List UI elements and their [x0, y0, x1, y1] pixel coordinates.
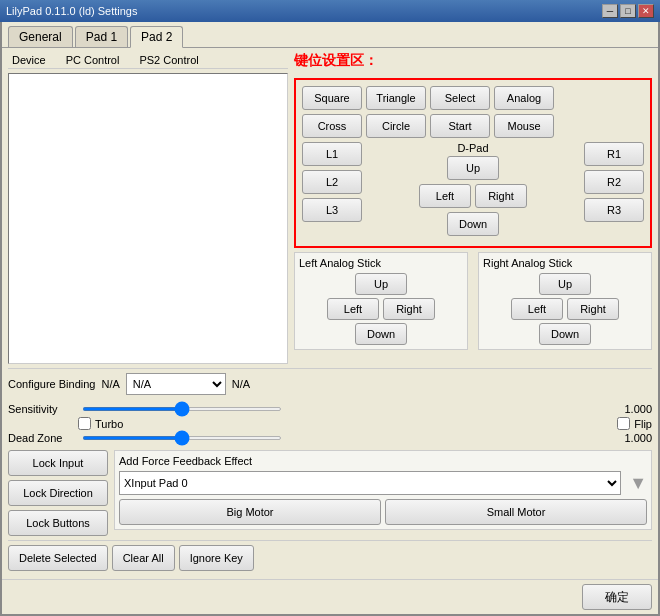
left-analog-title: Left Analog Stick: [299, 257, 463, 269]
left-analog-up[interactable]: Up: [355, 273, 407, 295]
triangle-button[interactable]: Triangle: [366, 86, 426, 110]
dpad-label: D-Pad: [457, 142, 488, 154]
left-analog-right[interactable]: Right: [383, 298, 435, 320]
right-analog-section: Right Analog Stick Up Left Right Down: [478, 252, 652, 350]
flip-checkbox[interactable]: [617, 417, 630, 430]
mouse-button[interactable]: Mouse: [494, 114, 554, 138]
dropdown-arrow-icon: ▼: [629, 473, 647, 494]
select-button[interactable]: Select: [430, 86, 490, 110]
left-analog-down[interactable]: Down: [355, 323, 407, 345]
section-label: 键位设置区：: [294, 52, 652, 70]
configure-binding-label: Configure Binding: [8, 378, 95, 390]
l3-button[interactable]: L3: [302, 198, 362, 222]
r2-button[interactable]: R2: [584, 170, 644, 194]
sensitivity-label: Sensitivity: [8, 403, 78, 415]
tab-pad1[interactable]: Pad 1: [75, 26, 128, 47]
dpad-right-button[interactable]: Right: [475, 184, 527, 208]
sensitivity-value: 1.000: [617, 403, 652, 415]
left-analog-left[interactable]: Left: [327, 298, 379, 320]
right-analog-left[interactable]: Left: [511, 298, 563, 320]
l1-button[interactable]: L1: [302, 142, 362, 166]
ok-button[interactable]: 确定: [582, 584, 652, 610]
sensitivity-slider[interactable]: [82, 407, 282, 411]
minimize-button[interactable]: ─: [602, 4, 618, 18]
r3-button[interactable]: R3: [584, 198, 644, 222]
device-list: [8, 73, 288, 364]
force-feedback-dropdown[interactable]: XInput Pad 0: [119, 471, 621, 495]
lock-buttons-button[interactable]: Lock Buttons: [8, 510, 108, 536]
configure-binding-dropdown[interactable]: N/A: [126, 373, 226, 395]
turbo-label: Turbo: [95, 418, 123, 430]
r1-button[interactable]: R1: [584, 142, 644, 166]
right-analog-right[interactable]: Right: [567, 298, 619, 320]
tab-general[interactable]: General: [8, 26, 73, 47]
clear-all-button[interactable]: Clear All: [112, 545, 175, 571]
left-analog-section: Left Analog Stick Up Left Right Down: [294, 252, 468, 350]
small-motor-button[interactable]: Small Motor: [385, 499, 647, 525]
flip-label: Flip: [634, 418, 652, 430]
dpad-up-button[interactable]: Up: [447, 156, 499, 180]
lock-direction-button[interactable]: Lock Direction: [8, 480, 108, 506]
ignore-key-button[interactable]: Ignore Key: [179, 545, 254, 571]
right-analog-up[interactable]: Up: [539, 273, 591, 295]
force-feedback-label: Add Force Feedback Effect: [119, 455, 647, 467]
maximize-button[interactable]: □: [620, 4, 636, 18]
configure-binding-value1: N/A: [101, 378, 119, 390]
ps2-control-col-header: PS2 Control: [139, 54, 198, 66]
right-analog-title: Right Analog Stick: [483, 257, 647, 269]
device-col-header: Device: [12, 54, 46, 66]
cross-button[interactable]: Cross: [302, 114, 362, 138]
big-motor-button[interactable]: Big Motor: [119, 499, 381, 525]
dpad-left-button[interactable]: Left: [419, 184, 471, 208]
dead-zone-slider[interactable]: [82, 436, 282, 440]
tab-pad2[interactable]: Pad 2: [130, 26, 183, 48]
start-button[interactable]: Start: [430, 114, 490, 138]
turbo-checkbox[interactable]: [78, 417, 91, 430]
window-title: LilyPad 0.11.0 (ld) Settings: [6, 5, 137, 17]
pc-control-col-header: PC Control: [66, 54, 120, 66]
dead-zone-label: Dead Zone: [8, 432, 78, 444]
l2-button[interactable]: L2: [302, 170, 362, 194]
circle-button[interactable]: Circle: [366, 114, 426, 138]
lock-input-button[interactable]: Lock Input: [8, 450, 108, 476]
close-button[interactable]: ✕: [638, 4, 654, 18]
configure-binding-value2: N/A: [232, 378, 250, 390]
delete-selected-button[interactable]: Delete Selected: [8, 545, 108, 571]
dpad-down-button[interactable]: Down: [447, 212, 499, 236]
right-analog-down[interactable]: Down: [539, 323, 591, 345]
square-button[interactable]: Square: [302, 86, 362, 110]
dead-zone-value: 1.000: [617, 432, 652, 444]
analog-button[interactable]: Analog: [494, 86, 554, 110]
